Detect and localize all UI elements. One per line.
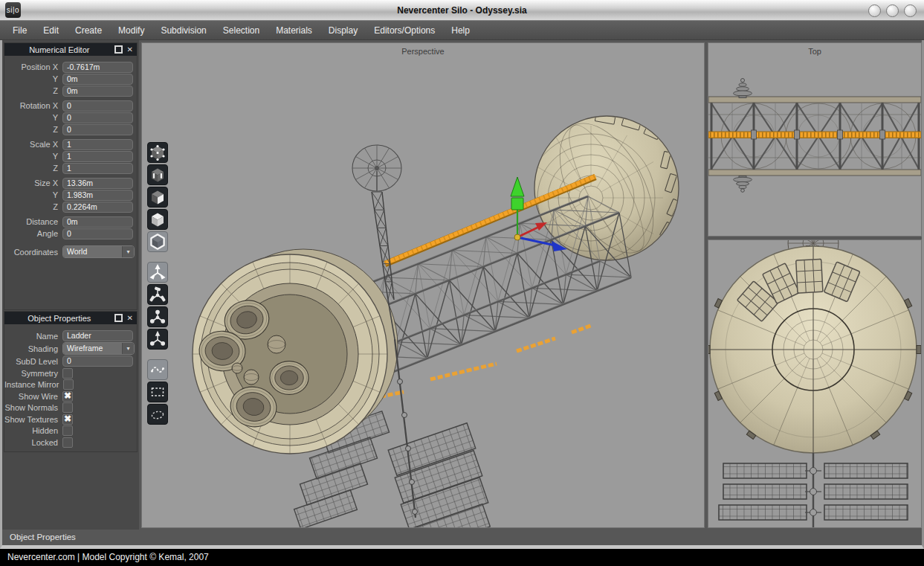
menu-display[interactable]: Display bbox=[320, 21, 366, 40]
numerical-editor-title-bar: Numerical Editor ✕ bbox=[4, 43, 137, 56]
scale-x-field[interactable]: 1 bbox=[62, 139, 133, 150]
rotation-x-field[interactable]: 0 bbox=[62, 100, 133, 112]
rect-select-icon bbox=[149, 383, 167, 401]
op-row-shading: ShadingWireframe▾ bbox=[4, 342, 137, 355]
dock-icon[interactable] bbox=[114, 45, 123, 54]
distance-field[interactable]: 0m bbox=[62, 216, 133, 228]
ne-row-distance: Distance0m bbox=[4, 216, 137, 228]
z-field[interactable]: 0 bbox=[62, 124, 133, 135]
menu-bar: FileEditCreateModifySubdivisionSelection… bbox=[0, 21, 924, 40]
object-mode-button[interactable] bbox=[147, 209, 168, 230]
menu-subdivision[interactable]: Subdivision bbox=[152, 21, 214, 40]
viewport-toolbar bbox=[147, 142, 168, 434]
top-viewport[interactable]: Top bbox=[708, 42, 922, 237]
field-label: Position X bbox=[4, 62, 62, 71]
close-icon[interactable]: ✕ bbox=[127, 43, 133, 56]
field-label: Name bbox=[4, 332, 62, 341]
close-icon[interactable]: ✕ bbox=[127, 312, 133, 324]
chevron-down-icon: ▾ bbox=[122, 343, 134, 354]
maximize-button[interactable] bbox=[886, 4, 899, 17]
show-wire-checkbox[interactable]: ✖ bbox=[62, 391, 73, 402]
menu-create[interactable]: Create bbox=[67, 21, 110, 40]
ne-row-angle: Angle0 bbox=[4, 228, 137, 239]
dropdown-value: World bbox=[63, 246, 122, 257]
menu-file[interactable]: File bbox=[4, 21, 35, 40]
ne-row-y: Y1 bbox=[4, 150, 137, 162]
locked-checkbox[interactable] bbox=[62, 437, 73, 448]
menu-materials[interactable]: Materials bbox=[268, 21, 320, 40]
paint-select-button[interactable] bbox=[147, 404, 168, 425]
y-field[interactable]: 0 bbox=[62, 112, 133, 123]
ne-row-size-x: Size X13.36m bbox=[4, 177, 137, 189]
dock-icon[interactable] bbox=[114, 314, 123, 322]
object-properties-panel: Object Properties ✕ NameLadderShadingWir… bbox=[4, 311, 138, 452]
angle-field[interactable]: 0 bbox=[62, 228, 133, 239]
close-button[interactable] bbox=[904, 4, 917, 17]
z-field[interactable]: 0.2264m bbox=[62, 202, 133, 213]
right-viewport[interactable]: Right bbox=[708, 239, 922, 528]
menu-edit[interactable]: Edit bbox=[35, 21, 67, 40]
window-buttons bbox=[868, 4, 917, 17]
name-field[interactable]: Ladder bbox=[62, 330, 133, 341]
op-row-show-normals: Show Normals bbox=[4, 402, 137, 414]
vertex-mode-button[interactable] bbox=[147, 142, 168, 163]
op-row-hidden: Hidden bbox=[4, 425, 137, 437]
op-row-show-wire: Show Wire✖ bbox=[4, 390, 137, 402]
ne-row-z: Z0m bbox=[4, 85, 137, 97]
ne-row-coordinates: CoordinatesWorld▾ bbox=[4, 245, 137, 258]
paint-select-icon bbox=[149, 405, 167, 423]
field-label: Z bbox=[4, 125, 62, 134]
menu-editors-options[interactable]: Editors/Options bbox=[366, 21, 443, 40]
coordinates-dropdown[interactable]: World▾ bbox=[62, 245, 135, 258]
field-label: Distance bbox=[4, 217, 62, 226]
show-normals-checkbox[interactable] bbox=[62, 402, 73, 413]
menu-help[interactable]: Help bbox=[443, 21, 478, 40]
position-x-field[interactable]: -0.7617m bbox=[62, 62, 133, 73]
multi-mode-button[interactable] bbox=[147, 231, 168, 252]
hidden-checkbox[interactable] bbox=[62, 425, 73, 436]
op-row-show-textures: Show Textures✖ bbox=[4, 414, 137, 425]
window-title: Nevercenter Silo - Odyssey.sia bbox=[0, 5, 924, 16]
numerical-editor-panel: Numerical Editor ✕ Position X-0.7617mY0m… bbox=[4, 42, 138, 310]
move-tool-icon bbox=[149, 263, 167, 281]
symmetry-checkbox[interactable] bbox=[62, 368, 73, 379]
field-label: Y bbox=[4, 74, 62, 83]
size-x-field[interactable]: 13.36m bbox=[62, 178, 133, 189]
field-label: Rotation X bbox=[4, 101, 62, 110]
z-field[interactable]: 1 bbox=[62, 163, 133, 174]
subd-level-field[interactable]: 0 bbox=[62, 356, 133, 367]
freeform-select-icon bbox=[149, 361, 167, 379]
freeform-select-button[interactable] bbox=[147, 359, 168, 380]
edge-mode-button[interactable] bbox=[147, 164, 168, 185]
y-field[interactable]: 1 bbox=[62, 151, 133, 162]
z-field[interactable]: 0m bbox=[62, 86, 133, 97]
ne-row-z: Z0 bbox=[4, 123, 137, 135]
universal-manipulator-button[interactable] bbox=[147, 329, 168, 350]
field-label: Show Textures bbox=[4, 415, 62, 424]
perspective-viewport[interactable]: Perspective bbox=[141, 42, 705, 528]
op-row-name: NameLadder bbox=[4, 329, 137, 342]
vertex-mode-icon bbox=[149, 144, 167, 161]
y-field[interactable]: 1.983m bbox=[62, 190, 133, 201]
y-field[interactable]: 0m bbox=[62, 74, 133, 85]
move-tool-button[interactable] bbox=[147, 262, 168, 283]
rect-select-button[interactable] bbox=[147, 382, 168, 402]
panel-title: Numerical Editor bbox=[4, 45, 114, 54]
universal-manipulator-icon bbox=[149, 330, 167, 348]
field-label: Symmetry bbox=[4, 369, 62, 378]
scale-tool-button[interactable] bbox=[147, 306, 168, 327]
menu-modify[interactable]: Modify bbox=[110, 21, 152, 40]
rotate-tool-button[interactable] bbox=[147, 284, 168, 305]
face-mode-button[interactable] bbox=[147, 187, 168, 208]
field-label: Z bbox=[4, 164, 62, 173]
shading-dropdown[interactable]: Wireframe▾ bbox=[62, 342, 135, 355]
minimize-button[interactable] bbox=[868, 4, 881, 17]
ne-row-z: Z0.2264m bbox=[4, 201, 137, 213]
instance-mirror-checkbox[interactable] bbox=[63, 379, 74, 390]
menu-selection[interactable]: Selection bbox=[215, 21, 268, 40]
show-textures-checkbox[interactable]: ✖ bbox=[62, 414, 73, 425]
field-label: Shading bbox=[4, 344, 62, 353]
face-mode-icon bbox=[149, 188, 167, 206]
field-label: Show Wire bbox=[4, 392, 62, 401]
ne-row-y: Y1.983m bbox=[4, 189, 137, 201]
